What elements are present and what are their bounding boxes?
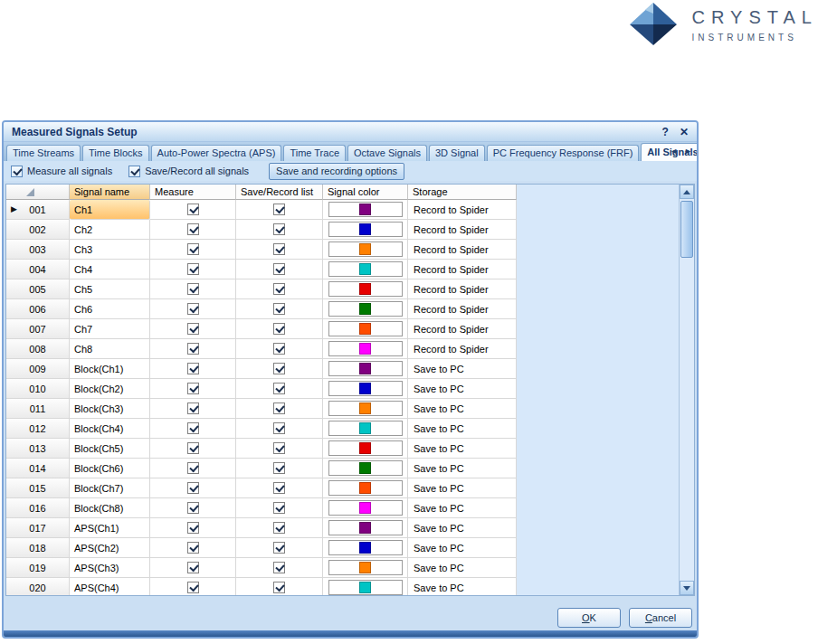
save-record-checkbox[interactable] bbox=[273, 323, 285, 335]
storage-cell[interactable]: Save to PC bbox=[408, 518, 517, 538]
storage-cell[interactable]: Save to PC bbox=[408, 498, 517, 518]
signal-name-cell[interactable]: Ch1 bbox=[70, 200, 150, 220]
save-record-checkbox[interactable] bbox=[273, 562, 285, 573]
signal-name-cell[interactable]: Ch7 bbox=[70, 319, 150, 339]
storage-cell[interactable]: Record to Spider bbox=[408, 339, 517, 359]
measure-checkbox[interactable] bbox=[187, 343, 199, 355]
signal-color-picker[interactable] bbox=[328, 321, 403, 336]
header-measure[interactable]: Measure bbox=[150, 185, 236, 200]
row-indicator-cell[interactable]: ▶ 008 bbox=[6, 339, 70, 359]
signal-name-cell[interactable]: Block(Ch1) bbox=[70, 359, 150, 379]
save-record-all-checkbox[interactable] bbox=[128, 166, 140, 177]
signal-color-picker[interactable] bbox=[328, 540, 403, 555]
measure-checkbox[interactable] bbox=[187, 522, 199, 534]
storage-cell[interactable]: Record to Spider bbox=[408, 240, 517, 260]
table-row[interactable]: ▶ 014 Block(Ch6) Save to PC bbox=[6, 459, 517, 478]
row-indicator-cell[interactable]: ▶ 017 bbox=[6, 518, 70, 538]
measure-checkbox[interactable] bbox=[187, 422, 199, 434]
header-signal-name[interactable]: Signal name bbox=[70, 185, 150, 200]
row-indicator-cell[interactable]: ▶ 013 bbox=[6, 439, 70, 459]
signal-color-picker[interactable] bbox=[328, 480, 403, 496]
table-row[interactable]: ▶ 002 Ch2 Record to Spider bbox=[6, 220, 517, 240]
close-icon[interactable]: ✕ bbox=[680, 126, 689, 138]
row-indicator-cell[interactable]: ▶ 009 bbox=[6, 359, 70, 379]
signal-color-picker[interactable] bbox=[328, 381, 403, 396]
storage-cell[interactable]: Record to Spider bbox=[408, 299, 517, 319]
save-record-checkbox[interactable] bbox=[273, 542, 285, 554]
signal-color-picker[interactable] bbox=[328, 440, 403, 456]
storage-cell[interactable]: Save to PC bbox=[408, 459, 517, 478]
table-row[interactable]: ▶ 011 Block(Ch3) Save to PC bbox=[6, 399, 517, 419]
tab-3d-signal[interactable]: 3D Signal bbox=[429, 145, 485, 161]
cancel-button[interactable]: Cancel bbox=[629, 608, 692, 628]
measure-checkbox[interactable] bbox=[187, 562, 199, 573]
table-row[interactable]: ▶ 017 APS(Ch1) Save to PC bbox=[6, 518, 517, 538]
scrollbar-track[interactable] bbox=[680, 199, 694, 581]
signal-color-picker[interactable] bbox=[328, 361, 403, 376]
tab-time-streams[interactable]: Time Streams bbox=[6, 145, 81, 161]
measure-checkbox[interactable] bbox=[187, 223, 199, 235]
signal-color-picker[interactable] bbox=[328, 242, 403, 257]
signal-name-cell[interactable]: APS(Ch1) bbox=[70, 518, 150, 538]
header-save-record-list[interactable]: Save/Record list bbox=[236, 185, 323, 200]
save-record-checkbox[interactable] bbox=[273, 303, 285, 315]
signal-name-cell[interactable]: Block(Ch8) bbox=[70, 498, 150, 518]
save-record-checkbox[interactable] bbox=[273, 243, 285, 255]
row-indicator-cell[interactable]: ▶ 012 bbox=[6, 419, 70, 439]
tab-pc-frequency-response-frf[interactable]: PC Frequency Response (FRF) bbox=[487, 145, 640, 161]
signal-name-cell[interactable]: Ch4 bbox=[70, 260, 150, 279]
signal-name-cell[interactable]: Ch8 bbox=[70, 339, 150, 359]
save-record-checkbox[interactable] bbox=[273, 502, 285, 514]
scroll-down-icon[interactable] bbox=[680, 581, 694, 595]
table-row[interactable]: ▶ 005 Ch5 Record to Spider bbox=[6, 279, 517, 299]
row-indicator-cell[interactable]: ▶ 010 bbox=[6, 379, 70, 399]
save-record-checkbox[interactable] bbox=[273, 223, 285, 235]
table-row[interactable]: ▶ 019 APS(Ch3) Save to PC bbox=[6, 558, 517, 578]
signal-name-cell[interactable]: Block(Ch6) bbox=[70, 459, 150, 478]
signal-color-picker[interactable] bbox=[328, 421, 403, 436]
table-row[interactable]: ▶ 016 Block(Ch8) Save to PC bbox=[6, 498, 517, 518]
measure-checkbox[interactable] bbox=[187, 263, 199, 275]
storage-cell[interactable]: Save to PC bbox=[408, 439, 517, 459]
scrollbar-thumb[interactable] bbox=[680, 201, 693, 258]
dialog-titlebar[interactable]: Measured Signals Setup ? ✕ bbox=[4, 122, 697, 142]
signal-color-picker[interactable] bbox=[328, 222, 403, 237]
signal-color-picker[interactable] bbox=[328, 261, 403, 277]
signal-name-cell[interactable]: APS(Ch2) bbox=[70, 538, 150, 558]
scroll-up-icon[interactable] bbox=[680, 185, 694, 199]
measure-checkbox[interactable] bbox=[187, 323, 199, 335]
signal-color-picker[interactable] bbox=[328, 401, 403, 416]
row-indicator-cell[interactable]: ▶ 003 bbox=[6, 240, 70, 260]
vertical-scrollbar[interactable] bbox=[679, 185, 694, 595]
table-row[interactable]: ▶ 010 Block(Ch2) Save to PC bbox=[6, 379, 517, 399]
storage-cell[interactable]: Record to Spider bbox=[408, 200, 517, 220]
header-signal-color[interactable]: Signal color bbox=[323, 185, 408, 200]
header-row-indicator[interactable] bbox=[6, 185, 70, 200]
tab-scroll-left-icon[interactable]: ◄ bbox=[670, 147, 678, 156]
table-row[interactable]: ▶ 013 Block(Ch5) Save to PC bbox=[6, 439, 517, 459]
save-record-checkbox[interactable] bbox=[273, 442, 285, 454]
row-indicator-cell[interactable]: ▶ 007 bbox=[6, 319, 70, 339]
row-indicator-cell[interactable]: ▶ 019 bbox=[6, 558, 70, 578]
save-record-checkbox[interactable] bbox=[273, 283, 285, 295]
storage-cell[interactable]: Save to PC bbox=[408, 558, 517, 578]
save-record-checkbox[interactable] bbox=[273, 522, 285, 534]
table-row[interactable]: ▶ 004 Ch4 Record to Spider bbox=[6, 260, 517, 279]
table-row[interactable]: ▶ 012 Block(Ch4) Save to PC bbox=[6, 419, 517, 439]
row-indicator-cell[interactable]: ▶ 001 bbox=[6, 200, 70, 220]
table-row[interactable]: ▶ 018 APS(Ch2) Save to PC bbox=[6, 538, 517, 558]
signal-color-picker[interactable] bbox=[328, 560, 403, 575]
measure-checkbox[interactable] bbox=[187, 303, 199, 315]
table-row[interactable]: ▶ 020 APS(Ch4) Save to PC bbox=[6, 578, 517, 595]
tab-octave-signals[interactable]: Octave Signals bbox=[347, 145, 427, 161]
signal-name-cell[interactable]: Block(Ch7) bbox=[70, 478, 150, 498]
storage-cell[interactable]: Save to PC bbox=[408, 359, 517, 379]
storage-cell[interactable]: Record to Spider bbox=[408, 260, 517, 279]
signal-name-cell[interactable]: Ch3 bbox=[70, 240, 150, 260]
table-row[interactable]: ▶ 009 Block(Ch1) Save to PC bbox=[6, 359, 517, 379]
table-row[interactable]: ▶ 003 Ch3 Record to Spider bbox=[6, 240, 517, 260]
signal-name-cell[interactable]: Ch5 bbox=[70, 279, 150, 299]
storage-cell[interactable]: Save to PC bbox=[408, 419, 517, 439]
save-record-checkbox[interactable] bbox=[273, 582, 285, 593]
signal-color-picker[interactable] bbox=[328, 341, 403, 356]
